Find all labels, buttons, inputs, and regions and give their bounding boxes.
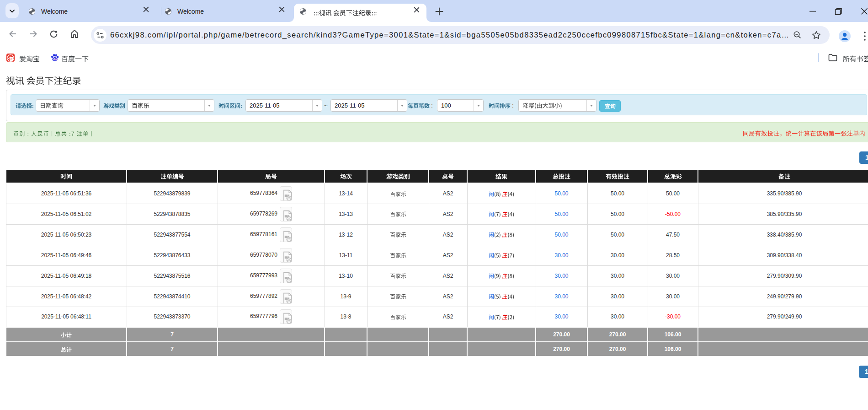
svg-text:du: du — [53, 58, 57, 61]
